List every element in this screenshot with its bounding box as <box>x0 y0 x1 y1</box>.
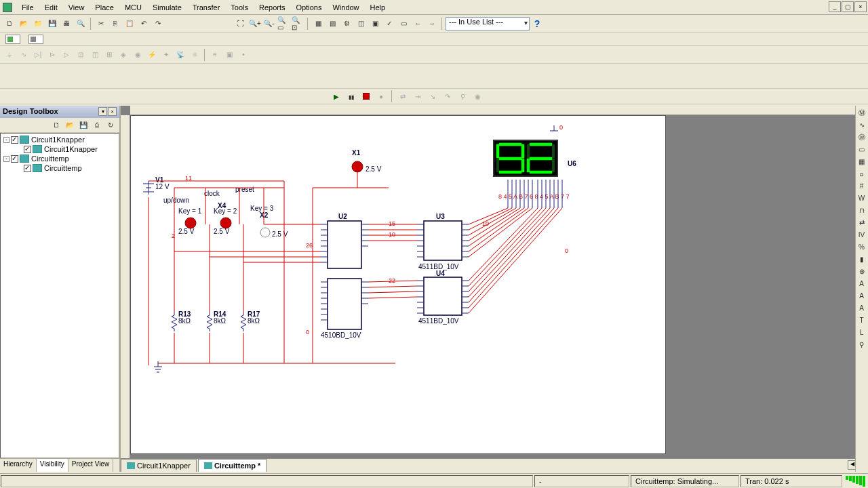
breakpoint-icon[interactable]: ◉ <box>471 89 484 103</box>
freq-counter-icon[interactable]: # <box>856 180 867 192</box>
ground-symbol[interactable] <box>154 361 162 372</box>
print-icon[interactable]: 🖶 <box>60 17 73 30</box>
battery-v1[interactable]: V1 12 V <box>143 176 170 195</box>
tree-item-circuittemp-root[interactable]: - Circuittemp <box>2 154 117 163</box>
tab-circuit1knapper[interactable]: Circuit1Knapper <box>121 459 197 472</box>
oscilloscope-icon[interactable]: ▭ <box>856 144 867 155</box>
ground-right[interactable]: 0 <box>550 124 563 131</box>
collapse-icon[interactable]: - <box>3 156 9 162</box>
place-power-icon[interactable]: ⚡ <box>145 48 159 62</box>
grapher-icon[interactable]: ▤ <box>326 17 339 30</box>
horizontal-scrollbar[interactable]: ◀ ▶ <box>268 459 868 472</box>
in-use-list-combo[interactable]: --- In Use List --- <box>446 17 530 30</box>
capture-icon[interactable]: ▭ <box>397 17 410 30</box>
probe-icon[interactable]: ⚲ <box>456 89 469 103</box>
checkbox[interactable] <box>24 165 31 172</box>
place-diode-icon[interactable]: ▷| <box>31 48 45 62</box>
menu-edit[interactable]: Edit <box>39 2 63 13</box>
menu-reports[interactable]: Reports <box>254 2 291 13</box>
tree-item-circuit1knapper-sheet[interactable]: Circuit1Knapper <box>2 144 117 154</box>
toolbox-close-icon[interactable]: × <box>108 107 117 116</box>
place-ttl-icon[interactable]: ⊡ <box>74 48 87 62</box>
wattmeter-icon[interactable]: Ⓦ <box>856 131 867 143</box>
tree-item-circuit1knapper-root[interactable]: - Circuit1Knapper <box>2 135 117 144</box>
back-annotate-icon[interactable]: ← <box>411 17 425 30</box>
place-analog-icon[interactable]: ▷ <box>60 48 73 62</box>
minimize-button[interactable]: _ <box>829 1 841 12</box>
zoom-area-icon[interactable]: 🔍▭ <box>277 17 290 30</box>
agilent-scope-icon[interactable]: A <box>856 302 867 314</box>
tab-hierarchy[interactable]: Hierarchy <box>0 459 37 472</box>
database-icon[interactable]: ◫ <box>354 17 368 30</box>
cut-icon[interactable]: ✂ <box>94 17 108 30</box>
print-preview-icon[interactable]: 🔍 <box>74 17 87 30</box>
place-misc2-icon[interactable]: ✦ <box>159 48 173 62</box>
redo-icon[interactable]: ↷ <box>151 17 165 30</box>
menu-view[interactable]: View <box>63 2 90 13</box>
word-gen-icon[interactable]: W <box>856 192 867 204</box>
component-icon[interactable]: ▣ <box>368 17 382 30</box>
undo-icon[interactable]: ↶ <box>137 17 151 30</box>
ic-u3[interactable]: U3 4511BD_10V <box>417 213 469 270</box>
resistor-r17[interactable]: R17 8kΩ <box>241 310 260 331</box>
canvas-area[interactable]: V1 12 V 11 <box>121 106 868 458</box>
close-button[interactable]: × <box>854 1 867 12</box>
open-samples-icon[interactable]: 📁 <box>31 17 45 30</box>
function-gen-icon[interactable]: ∿ <box>856 119 867 131</box>
stop-simulation-icon[interactable] <box>359 89 373 103</box>
probe-x3[interactable]: Key = 1 2.5 V <box>178 207 202 235</box>
step-icon[interactable]: ● <box>374 89 388 103</box>
agilent-mm-icon[interactable]: A <box>856 290 867 302</box>
4ch-scope-icon[interactable]: ▦ <box>856 156 867 167</box>
save-file-icon[interactable]: 💾 <box>77 119 90 131</box>
erc-icon[interactable]: ✓ <box>382 17 396 30</box>
new-schematic-icon[interactable]: 🗋 <box>50 119 62 131</box>
place-electro-icon[interactable]: ⚛ <box>188 48 201 62</box>
place-bus-icon[interactable]: ≡ <box>208 48 222 62</box>
place-indicator-icon[interactable]: ◉ <box>131 48 144 62</box>
menu-simulate[interactable]: Simulate <box>147 2 187 13</box>
ic-4510-lower[interactable]: 4510BD_10V <box>321 279 368 339</box>
run-switch[interactable] <box>5 35 20 44</box>
place-mixed-icon[interactable]: ◈ <box>117 48 130 62</box>
tab-project-view[interactable]: Project View <box>68 459 113 472</box>
toolbox-dropdown-icon[interactable]: ▾ <box>98 107 107 116</box>
design-tree[interactable]: - Circuit1Knapper Circuit1Knapper - Circ… <box>0 133 119 458</box>
schematic-sheet[interactable]: V1 12 V 11 <box>130 115 666 454</box>
place-hier-icon[interactable]: ▣ <box>222 48 236 62</box>
save-icon[interactable]: 💾 <box>45 17 59 30</box>
open-icon[interactable]: 📂 <box>17 17 31 30</box>
menu-mcu[interactable]: MCU <box>119 2 147 13</box>
labview-icon[interactable]: L <box>856 327 867 338</box>
multimeter-icon[interactable]: Ⓜ <box>856 107 867 119</box>
full-screen-icon[interactable]: ⛶ <box>234 17 248 30</box>
spectrum-icon[interactable]: ▮ <box>856 253 867 265</box>
resistor-r13[interactable]: R13 8kΩ <box>172 310 191 331</box>
checkbox[interactable] <box>24 146 31 153</box>
single-step-icon[interactable]: ⇥ <box>411 89 425 103</box>
iv-analyzer-icon[interactable]: IV <box>856 229 867 241</box>
tab-visibility[interactable]: Visibility <box>37 459 68 472</box>
ic-u4[interactable]: U4 4511BD_10V <box>417 270 469 325</box>
logic-analyzer-icon[interactable]: ⊓ <box>856 205 867 216</box>
tab-circuittemp[interactable]: Circuittemp * <box>198 459 267 472</box>
probe-x4[interactable]: X4 Key = 2 2.5 V <box>214 202 237 235</box>
menu-help[interactable]: Help <box>365 2 391 13</box>
zoom-fit-icon[interactable]: 🔍⊡ <box>291 17 304 30</box>
save-all-icon[interactable]: ⎙ <box>91 119 103 131</box>
paste-icon[interactable]: 📋 <box>123 17 136 30</box>
spreadsheet-icon[interactable]: ▦ <box>311 17 325 30</box>
tree-item-circuittemp-sheet[interactable]: Circuittemp <box>2 163 117 173</box>
interactive-icon[interactable]: ⇄ <box>396 89 410 103</box>
run-simulation-icon[interactable]: ▶ <box>330 89 343 103</box>
menu-transfer[interactable]: Transfer <box>187 2 226 13</box>
logic-converter-icon[interactable]: ⇄ <box>856 217 867 228</box>
postproc-icon[interactable]: ⚙ <box>340 17 353 30</box>
menu-window[interactable]: Window <box>327 2 364 13</box>
probe-x2[interactable]: X2 Key = 3 2.5 V <box>250 205 288 238</box>
step-into-icon[interactable]: ↘ <box>426 89 439 103</box>
resistor-r14[interactable]: R14 8kΩ <box>207 310 226 331</box>
step-over-icon[interactable]: ↷ <box>441 89 454 103</box>
current-probe-icon[interactable]: ⚲ <box>856 339 867 350</box>
distortion-icon[interactable]: % <box>856 241 867 253</box>
